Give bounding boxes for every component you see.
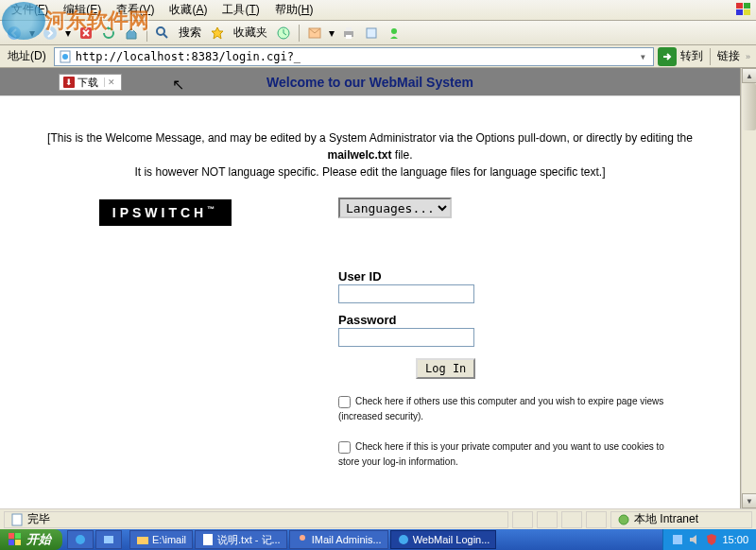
svg-rect-30 — [673, 535, 682, 544]
messenger-button[interactable] — [384, 23, 404, 43]
security-zone-cell: 本地 Intranet — [610, 511, 752, 528]
userid-input[interactable] — [338, 284, 474, 303]
menu-edit[interactable]: 编辑(E) — [56, 0, 109, 20]
windows-logo-icon — [8, 532, 23, 547]
search-button[interactable] — [152, 23, 173, 43]
stop-button[interactable] — [76, 23, 96, 43]
download-icon: ⬇ — [63, 77, 75, 88]
start-label: 开始 — [26, 531, 51, 548]
desktop-icon — [102, 533, 115, 546]
history-button[interactable] — [273, 23, 294, 43]
svg-point-4 — [8, 26, 21, 40]
svg-point-28 — [300, 535, 305, 541]
task-imail-admin[interactable]: IMail Adminis... — [289, 530, 388, 549]
folder-icon — [136, 533, 149, 546]
brand-logo: IPSWITCH™ — [99, 199, 232, 226]
svg-line-8 — [163, 34, 167, 38]
address-label: 地址(D) — [4, 48, 50, 64]
windows-flag-icon — [735, 2, 752, 17]
close-icon[interactable]: ✕ — [104, 77, 115, 87]
task-notepad[interactable]: 说明.txt - 记... — [195, 530, 287, 549]
mail-button[interactable] — [304, 23, 325, 43]
admin-icon — [296, 533, 309, 546]
language-select[interactable]: Languages... — [338, 198, 452, 218]
page-header-bar: ⬇ 下载 ✕ ↖ Welcome to our WebMail System — [0, 68, 740, 96]
toolbar-separator — [299, 25, 300, 42]
menu-file[interactable]: 文件(F) — [4, 0, 56, 20]
back-dropdown[interactable]: ▾ — [26, 23, 38, 43]
svg-point-29 — [399, 535, 408, 544]
search-label[interactable]: 搜索 — [175, 25, 205, 41]
quicklaunch-ie[interactable] — [67, 530, 94, 549]
scroll-up-button[interactable]: ▲ — [742, 68, 756, 83]
expire-checkbox-row: Check here if others use this computer a… — [338, 394, 712, 424]
expire-checkbox-label: Check here if others use this computer a… — [338, 396, 663, 421]
vertical-scrollbar[interactable]: ▲ ▼ — [741, 68, 756, 508]
back-button[interactable] — [4, 23, 25, 43]
home-button[interactable] — [121, 23, 142, 43]
task-explorer[interactable]: E:\imail — [129, 530, 193, 549]
cookie-checkbox[interactable] — [338, 441, 351, 454]
login-button[interactable]: Log In — [416, 358, 475, 379]
browser-viewport: ⬇ 下载 ✕ ↖ Welcome to our WebMail System [… — [0, 68, 741, 508]
forward-dropdown[interactable]: ▾ — [62, 23, 74, 43]
notepad-icon — [201, 533, 215, 546]
refresh-button[interactable] — [98, 23, 119, 43]
userid-label: User ID — [338, 269, 712, 284]
svg-rect-14 — [367, 28, 376, 38]
shield-icon[interactable] — [705, 533, 718, 546]
favorites-label[interactable]: 收藏夹 — [230, 25, 271, 41]
password-input[interactable] — [338, 328, 474, 347]
toolbar-separator — [146, 25, 147, 42]
status-text-cell: 完毕 — [4, 511, 508, 528]
status-text: 完毕 — [27, 511, 50, 527]
download-tab[interactable]: ⬇ 下载 ✕ — [59, 74, 122, 91]
menu-help[interactable]: 帮助(H) — [267, 0, 321, 20]
status-cell — [586, 511, 607, 528]
address-dropdown-icon[interactable]: ▾ — [637, 50, 649, 63]
expire-checkbox[interactable] — [338, 396, 351, 408]
scroll-down-button[interactable]: ▼ — [742, 493, 756, 508]
download-tab-label: 下载 — [77, 76, 98, 90]
status-cell — [537, 511, 558, 528]
clock[interactable]: 15:00 — [722, 534, 748, 545]
svg-point-17 — [62, 54, 68, 60]
menu-favorites[interactable]: 收藏(A) — [162, 0, 215, 20]
security-zone-label: 本地 Intranet — [634, 511, 698, 527]
menu-bar: 文件(F) 编辑(E) 查看(V) 收藏(A) 工具(T) 帮助(H) — [0, 0, 756, 21]
task-webmail[interactable]: WebMail Login... — [390, 530, 497, 549]
intranet-icon — [617, 513, 630, 526]
menu-tools[interactable]: 工具(T) — [215, 0, 266, 20]
password-label: Password — [338, 313, 712, 327]
address-bar: 地址(D) http://localhost:8383/login.cgi?_ … — [0, 45, 756, 68]
go-button[interactable] — [658, 47, 677, 66]
links-chevron-icon[interactable]: » — [744, 52, 752, 61]
favorites-button[interactable] — [207, 23, 228, 43]
svg-rect-13 — [346, 35, 352, 39]
separator — [710, 48, 711, 65]
page-title: Welcome to our WebMail System — [57, 75, 683, 90]
address-input[interactable]: http://localhost:8383/login.cgi?_ ▾ — [54, 47, 654, 66]
print-button[interactable] — [338, 23, 359, 43]
svg-rect-12 — [346, 27, 352, 31]
svg-point-15 — [391, 28, 397, 34]
ie-icon — [74, 533, 87, 546]
go-label[interactable]: 转到 — [680, 48, 703, 64]
start-button[interactable]: 开始 — [0, 529, 62, 550]
url-text: http://localhost:8383/login.cgi?_ — [76, 50, 301, 63]
tray-icon[interactable] — [671, 533, 684, 546]
login-area: IPSWITCH™ Languages... User ID Password … — [0, 190, 740, 477]
taskbar: 开始 E:\imail 说明.txt - 记... IMail Adminis.… — [0, 529, 756, 550]
edit-button[interactable] — [361, 23, 382, 43]
forward-button[interactable] — [40, 23, 60, 43]
toolbar: ▾ ▾ 搜索 收藏夹 ▾ — [0, 21, 756, 45]
menu-view[interactable]: 查看(V) — [109, 0, 162, 20]
status-cell — [512, 511, 533, 528]
svg-rect-21 — [15, 533, 21, 539]
svg-rect-1 — [744, 3, 750, 9]
scroll-thumb[interactable] — [743, 83, 756, 130]
volume-icon[interactable] — [688, 533, 701, 546]
quicklaunch-desktop[interactable] — [95, 530, 122, 549]
links-label[interactable]: 链接 — [717, 48, 740, 64]
mail-dropdown[interactable]: ▾ — [327, 23, 336, 43]
